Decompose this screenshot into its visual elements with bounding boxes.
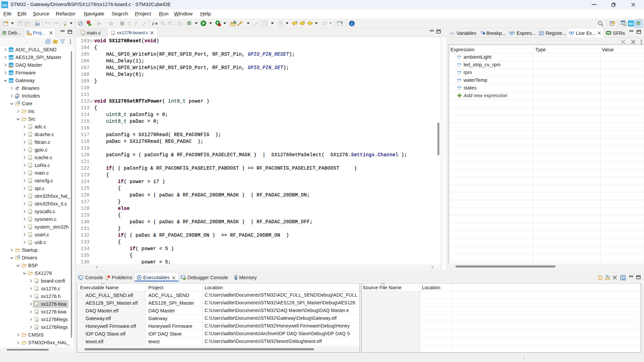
svg-text:=?: =? bbox=[457, 73, 460, 75]
svg-text:.c: .c bbox=[29, 211, 31, 214]
svg-text:.h: .h bbox=[36, 326, 38, 329]
svg-text:IDE: IDE bbox=[9, 79, 13, 82]
svg-text:c: c bbox=[18, 255, 20, 258]
svg-text:.c: .c bbox=[82, 32, 84, 35]
svg-text:=?: =? bbox=[457, 88, 460, 90]
svg-text:.c: .c bbox=[29, 226, 31, 229]
svg-text:i: i bbox=[152, 21, 154, 26]
svg-text:IDE: IDE bbox=[9, 56, 13, 59]
svg-text:.c: .c bbox=[29, 203, 31, 206]
svg-text:h: h bbox=[16, 96, 17, 98]
svg-text:.c: .c bbox=[29, 157, 31, 160]
svg-text:=?: =? bbox=[457, 80, 460, 83]
svg-text:.c: .c bbox=[29, 126, 31, 129]
svg-text:.c: .c bbox=[29, 242, 31, 245]
svg-text:0101: 0101 bbox=[539, 33, 544, 36]
svg-text:!: ! bbox=[10, 65, 10, 67]
svg-text:.c: .c bbox=[36, 303, 38, 306]
svg-text:.c: .c bbox=[29, 234, 31, 237]
svg-text:C: C bbox=[624, 23, 626, 26]
svg-text:=?: =? bbox=[457, 57, 460, 60]
svg-text:.c: .c bbox=[36, 288, 38, 291]
svg-text:010: 010 bbox=[36, 23, 39, 25]
svg-text:(x)=: (x)= bbox=[450, 32, 455, 35]
svg-text:IDE: IDE bbox=[9, 72, 13, 75]
svg-text:.h: .h bbox=[36, 280, 38, 283]
svg-text:.c: .c bbox=[29, 134, 31, 137]
svg-text:.h: .h bbox=[36, 296, 38, 299]
svg-text:1: 1 bbox=[18, 88, 19, 90]
svg-text:.c: .c bbox=[112, 32, 114, 35]
svg-text:.c: .c bbox=[29, 195, 31, 198]
svg-text:=?: =? bbox=[457, 65, 460, 67]
svg-text:IDE: IDE bbox=[9, 49, 13, 52]
svg-text:.c: .c bbox=[29, 165, 31, 168]
svg-text:.c: .c bbox=[29, 219, 31, 222]
svg-text:c: c bbox=[18, 101, 20, 104]
svg-text:.c: .c bbox=[29, 141, 31, 144]
svg-text:IDE: IDE bbox=[2, 4, 7, 7]
svg-text:.c: .c bbox=[29, 180, 31, 183]
svg-text:.c: .c bbox=[29, 172, 31, 175]
svg-text:MX: MX bbox=[629, 22, 633, 25]
svg-text:.h: .h bbox=[36, 311, 38, 314]
svg-text:.c: .c bbox=[29, 149, 31, 152]
svg-text:x=: x= bbox=[571, 34, 573, 36]
svg-text:.c: .c bbox=[29, 188, 31, 191]
svg-text:.h: .h bbox=[36, 319, 38, 322]
svg-text:x=: x= bbox=[511, 34, 513, 36]
